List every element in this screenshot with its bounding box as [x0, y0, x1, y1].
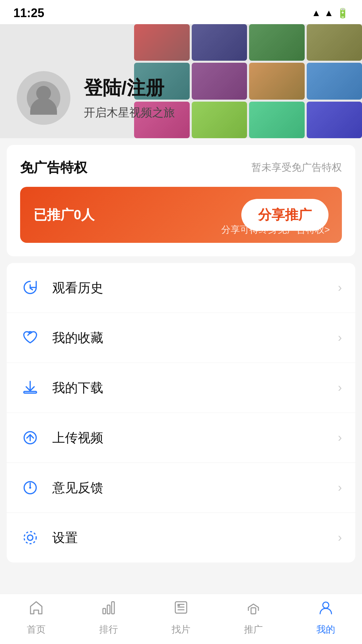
svg-rect-10: [251, 608, 256, 614]
bg-tile: [249, 63, 305, 99]
status-time: 11:25: [13, 6, 44, 20]
svg-point-11: [323, 602, 329, 608]
bg-tile: [134, 24, 190, 61]
menu-label-favorites: 我的收藏: [52, 329, 338, 346]
bg-tile: [249, 24, 305, 61]
avatar-icon: [27, 81, 60, 115]
menu-item-upload[interactable]: 上传视频 ›: [7, 413, 355, 463]
menu-label-settings: 设置: [52, 529, 338, 546]
bg-tile: [192, 63, 247, 99]
nav-label-find: 找片: [172, 623, 190, 636]
promo-count: 已推广0人: [34, 206, 95, 224]
nav-item-mine[interactable]: 我的: [290, 599, 362, 639]
nav-item-find[interactable]: 找片: [145, 599, 217, 639]
chevron-right-icon: ›: [338, 281, 342, 295]
upload-icon: [20, 428, 40, 448]
home-icon: [28, 599, 45, 620]
find-icon: [173, 599, 189, 620]
menu-section: 观看历史 › 我的收藏 › 我的下载 ›: [7, 263, 355, 562]
nav-label-promote: 推广: [244, 623, 263, 636]
menu-item-feedback[interactable]: 意见反馈 ›: [7, 463, 355, 513]
svg-rect-0: [24, 391, 37, 393]
menu-item-downloads[interactable]: 我的下载 ›: [7, 363, 355, 413]
svg-point-3: [29, 487, 31, 489]
promo-left: 已推广0人: [34, 206, 95, 224]
bg-tile: [192, 24, 247, 61]
profile-subtitle: 开启木星视频之旅: [84, 105, 175, 120]
nav-label-home: 首页: [27, 623, 46, 636]
svg-rect-7: [107, 605, 110, 614]
bg-tile: [307, 102, 362, 138]
ad-title: 免广告特权: [20, 158, 87, 177]
promo-hint: 分享可得终身免广告特权>: [221, 223, 330, 236]
menu-item-history[interactable]: 观看历史 ›: [7, 263, 355, 313]
status-bar: 11:25 ▲ ▲ 🔋: [0, 0, 362, 24]
profile-content: 登陆/注册 开启木星视频之旅: [17, 71, 175, 125]
heart-icon: [20, 328, 40, 348]
menu-label-history: 观看历史: [52, 279, 338, 297]
settings-icon: [20, 528, 40, 548]
nav-item-promote[interactable]: 推广: [217, 599, 290, 639]
profile-header[interactable]: 登陆/注册 开启木星视频之旅: [0, 24, 362, 138]
feedback-icon: [20, 478, 40, 498]
status-icons: ▲ ▲ 🔋: [312, 8, 349, 19]
chevron-right-icon: ›: [338, 481, 342, 495]
ad-section: 免广告特权 暂未享受免广告特权: [20, 158, 342, 177]
chevron-right-icon: ›: [338, 381, 342, 395]
profile-text: 登陆/注册 开启木星视频之旅: [84, 75, 175, 120]
chevron-right-icon: ›: [338, 331, 342, 345]
nav-item-rank[interactable]: 排行: [72, 599, 145, 639]
svg-rect-6: [103, 608, 106, 614]
nav-item-home[interactable]: 首页: [0, 599, 72, 639]
menu-item-settings[interactable]: 设置 ›: [7, 513, 355, 562]
chevron-right-icon: ›: [338, 431, 342, 445]
menu-item-favorites[interactable]: 我的收藏 ›: [7, 313, 355, 363]
chevron-right-icon: ›: [338, 531, 342, 545]
bg-tile: [249, 102, 305, 138]
nav-label-mine: 我的: [316, 623, 335, 636]
promote-icon: [245, 599, 262, 620]
avatar[interactable]: [17, 71, 70, 125]
menu-label-feedback: 意见反馈: [52, 479, 338, 496]
profile-name[interactable]: 登陆/注册: [84, 75, 175, 101]
svg-point-4: [27, 535, 33, 540]
bottom-nav: 首页 排行 找片 推广: [0, 594, 362, 644]
mine-icon: [317, 599, 334, 620]
nav-label-rank: 排行: [99, 623, 118, 636]
history-icon: [20, 278, 40, 298]
signal-icon: ▲: [324, 8, 334, 18]
promo-banner[interactable]: 已推广0人 分享推广 分享可得终身免广告特权>: [20, 187, 342, 243]
menu-label-upload: 上传视频: [52, 429, 338, 446]
battery-icon: 🔋: [337, 8, 349, 19]
ad-status: 暂未享受免广告特权: [251, 161, 342, 174]
bg-tile: [307, 63, 362, 99]
svg-point-5: [24, 532, 36, 544]
svg-rect-8: [112, 602, 114, 614]
rank-icon: [100, 599, 117, 620]
bg-tile: [307, 24, 362, 61]
download-icon: [20, 378, 40, 398]
bg-tile: [192, 102, 247, 138]
wifi-icon: ▲: [312, 8, 321, 18]
menu-label-downloads: 我的下载: [52, 379, 338, 396]
ad-privilege-card: 免广告特权 暂未享受免广告特权 已推广0人 分享推广 分享可得终身免广告特权>: [7, 145, 355, 256]
